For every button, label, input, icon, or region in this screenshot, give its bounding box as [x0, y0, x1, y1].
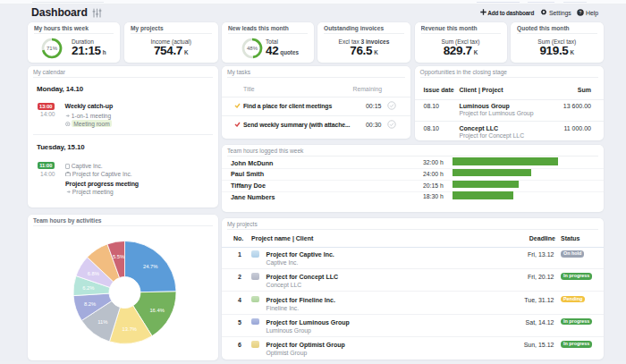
svg-text:?: ? [579, 9, 582, 14]
svg-text:48%: 48% [246, 46, 258, 51]
svg-text:71%: 71% [47, 46, 58, 51]
